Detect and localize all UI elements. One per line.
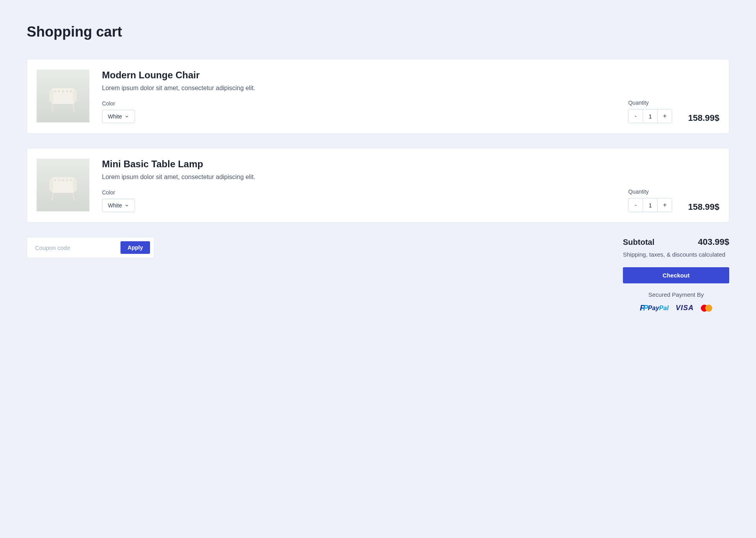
quantity-increase-button[interactable]: +: [658, 198, 672, 212]
quantity-increase-button[interactable]: +: [658, 109, 672, 123]
product-image: [37, 159, 89, 211]
svg-point-16: [66, 179, 68, 181]
quantity-label: Quantity: [628, 189, 672, 195]
subtotal-label: Subtotal: [623, 238, 654, 247]
svg-point-6: [66, 91, 68, 92]
subtotal-value: 403.99$: [698, 237, 729, 247]
svg-point-5: [62, 91, 64, 92]
checkout-button[interactable]: Checkout: [623, 267, 729, 283]
svg-line-19: [73, 193, 74, 201]
svg-line-9: [73, 104, 74, 112]
apply-coupon-button[interactable]: Apply: [120, 241, 150, 254]
item-price: 158.99$: [688, 113, 719, 123]
svg-rect-12: [73, 179, 77, 191]
chevron-down-icon: [124, 114, 129, 119]
color-label: Color: [102, 100, 628, 107]
quantity-label: Quantity: [628, 100, 672, 106]
svg-rect-2: [73, 90, 77, 102]
quantity-decrease-button[interactable]: -: [628, 198, 643, 212]
product-name: Mini Basic Table Lamp: [102, 159, 628, 170]
secured-payment-label: Secured Payment By: [623, 291, 729, 298]
shipping-note: Shipping, taxes, & discounts calculated: [623, 251, 729, 258]
svg-point-14: [58, 179, 60, 181]
mastercard-icon: [701, 305, 712, 312]
product-description: Lorem ipsum dolor sit amet, consectetur …: [102, 174, 628, 181]
order-summary: Subtotal 403.99$ Shipping, taxes, & disc…: [623, 237, 729, 312]
svg-line-18: [52, 193, 53, 201]
color-value: White: [108, 202, 122, 209]
color-value: White: [108, 113, 122, 120]
product-description: Lorem ipsum dolor sit amet, consectetur …: [102, 85, 628, 92]
product-image: [37, 70, 89, 122]
color-select[interactable]: White: [102, 199, 135, 212]
color-label: Color: [102, 189, 628, 196]
cart-item: Modern Lounge Chair Lorem ipsum dolor si…: [27, 59, 729, 134]
payment-logos: PP PayPal VISA: [623, 303, 729, 312]
color-select[interactable]: White: [102, 110, 135, 123]
cart-item: Mini Basic Table Lamp Lorem ipsum dolor …: [27, 148, 729, 223]
chevron-down-icon: [124, 203, 129, 208]
svg-point-13: [54, 179, 56, 181]
coupon-input[interactable]: [35, 244, 120, 251]
svg-line-8: [52, 104, 53, 112]
coupon-box: Apply: [27, 237, 154, 258]
svg-rect-1: [49, 90, 53, 102]
quantity-value: 1: [643, 109, 658, 123]
item-price: 158.99$: [688, 202, 719, 212]
svg-point-15: [62, 179, 64, 181]
svg-rect-11: [49, 179, 53, 191]
quantity-decrease-button[interactable]: -: [628, 109, 643, 123]
quantity-value: 1: [643, 198, 658, 212]
svg-point-7: [70, 91, 72, 92]
product-name: Modern Lounge Chair: [102, 70, 628, 81]
paypal-icon: PP PayPal: [640, 303, 669, 312]
quantity-stepper: - 1 +: [628, 198, 672, 212]
page-title: Shopping cart: [27, 24, 729, 40]
svg-point-17: [70, 179, 72, 181]
visa-icon: VISA: [676, 304, 694, 312]
svg-point-4: [58, 91, 60, 92]
quantity-stepper: - 1 +: [628, 109, 672, 123]
svg-point-3: [54, 91, 56, 92]
